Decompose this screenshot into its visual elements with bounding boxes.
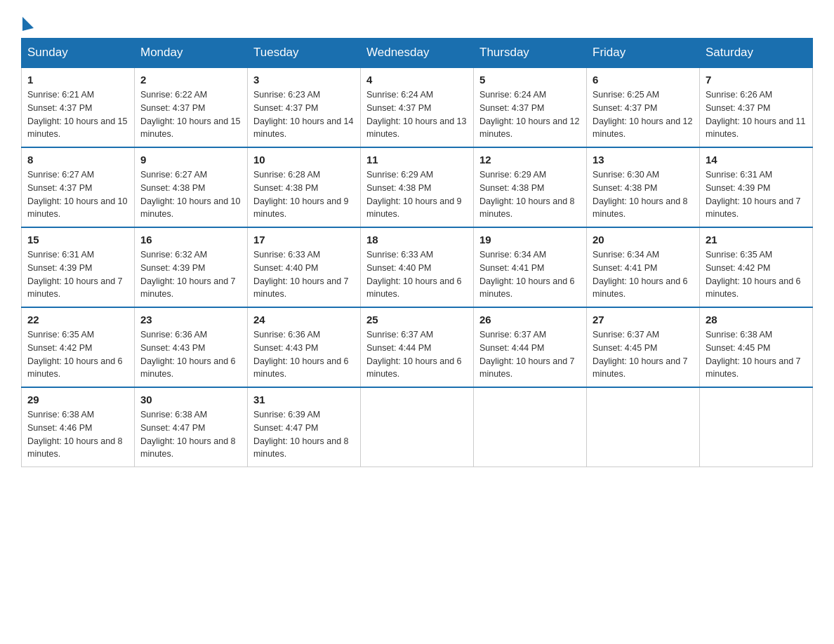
day-number: 13 [593,154,694,166]
calendar-cell: 10 Sunrise: 6:28 AMSunset: 4:38 PMDaylig… [248,147,361,227]
calendar-cell: 2 Sunrise: 6:22 AMSunset: 4:37 PMDayligh… [135,67,248,147]
calendar-cell: 30 Sunrise: 6:38 AMSunset: 4:47 PMDaylig… [135,387,248,467]
day-number: 29 [27,394,128,405]
calendar-cell: 25 Sunrise: 6:37 AMSunset: 4:44 PMDaylig… [361,307,474,387]
day-number: 21 [706,234,807,246]
calendar-week-row: 15 Sunrise: 6:31 AMSunset: 4:39 PMDaylig… [22,227,813,307]
day-info: Sunrise: 6:31 AMSunset: 4:39 PMDaylight:… [27,250,123,299]
calendar-week-row: 1 Sunrise: 6:21 AMSunset: 4:37 PMDayligh… [22,67,813,147]
calendar-cell: 31 Sunrise: 6:39 AMSunset: 4:47 PMDaylig… [248,387,361,467]
day-number: 30 [140,394,241,405]
day-info: Sunrise: 6:26 AMSunset: 4:37 PMDaylight:… [706,90,805,139]
calendar-cell: 18 Sunrise: 6:33 AMSunset: 4:40 PMDaylig… [361,227,474,307]
day-info: Sunrise: 6:34 AMSunset: 4:41 PMDaylight:… [593,250,688,299]
day-number: 5 [479,74,581,86]
day-number: 12 [479,154,581,166]
calendar-cell: 21 Sunrise: 6:35 AMSunset: 4:42 PMDaylig… [700,227,813,307]
calendar-header-saturday: Saturday [700,39,813,68]
day-number: 9 [140,154,241,166]
calendar-cell: 12 Sunrise: 6:29 AMSunset: 4:38 PMDaylig… [474,147,587,227]
calendar-cell: 20 Sunrise: 6:34 AMSunset: 4:41 PMDaylig… [587,227,700,307]
calendar-week-row: 29 Sunrise: 6:38 AMSunset: 4:46 PMDaylig… [22,387,813,467]
day-number: 4 [366,74,468,86]
calendar-cell [700,387,813,467]
calendar-header-wednesday: Wednesday [361,39,474,68]
day-number: 2 [140,74,241,86]
day-info: Sunrise: 6:37 AMSunset: 4:44 PMDaylight:… [479,330,575,379]
calendar-cell: 22 Sunrise: 6:35 AMSunset: 4:42 PMDaylig… [22,307,135,387]
day-info: Sunrise: 6:36 AMSunset: 4:43 PMDaylight:… [253,330,349,379]
calendar-cell: 3 Sunrise: 6:23 AMSunset: 4:37 PMDayligh… [248,67,361,147]
calendar-header-monday: Monday [135,39,248,68]
day-number: 10 [253,154,355,166]
day-number: 22 [27,314,128,326]
day-number: 20 [593,234,694,246]
day-number: 23 [140,314,241,326]
day-number: 6 [593,74,694,86]
calendar-cell: 14 Sunrise: 6:31 AMSunset: 4:39 PMDaylig… [700,147,813,227]
calendar-cell: 13 Sunrise: 6:30 AMSunset: 4:38 PMDaylig… [587,147,700,227]
calendar-cell: 8 Sunrise: 6:27 AMSunset: 4:37 PMDayligh… [22,147,135,227]
calendar-table: SundayMondayTuesdayWednesdayThursdayFrid… [21,38,813,467]
day-info: Sunrise: 6:36 AMSunset: 4:43 PMDaylight:… [140,330,236,379]
day-info: Sunrise: 6:31 AMSunset: 4:39 PMDaylight:… [706,170,801,219]
day-number: 26 [479,314,581,326]
day-number: 16 [140,234,241,246]
day-number: 25 [366,314,468,326]
day-number: 11 [366,154,468,166]
day-info: Sunrise: 6:33 AMSunset: 4:40 PMDaylight:… [366,250,462,299]
logo [21,14,34,31]
day-number: 19 [479,234,581,246]
day-info: Sunrise: 6:38 AMSunset: 4:46 PMDaylight:… [27,410,123,459]
day-info: Sunrise: 6:29 AMSunset: 4:38 PMDaylight:… [366,170,462,219]
day-number: 7 [706,74,807,86]
calendar-cell: 28 Sunrise: 6:38 AMSunset: 4:45 PMDaylig… [700,307,813,387]
day-number: 17 [253,234,355,246]
day-info: Sunrise: 6:24 AMSunset: 4:37 PMDaylight:… [366,90,466,139]
calendar-cell: 27 Sunrise: 6:37 AMSunset: 4:45 PMDaylig… [587,307,700,387]
day-info: Sunrise: 6:35 AMSunset: 4:42 PMDaylight:… [706,250,801,299]
page-header [21,14,813,31]
day-info: Sunrise: 6:37 AMSunset: 4:44 PMDaylight:… [366,330,462,379]
day-info: Sunrise: 6:25 AMSunset: 4:37 PMDaylight:… [593,90,692,139]
day-info: Sunrise: 6:34 AMSunset: 4:41 PMDaylight:… [479,250,575,299]
calendar-cell: 5 Sunrise: 6:24 AMSunset: 4:37 PMDayligh… [474,67,587,147]
day-info: Sunrise: 6:27 AMSunset: 4:38 PMDaylight:… [140,170,240,219]
day-number: 3 [253,74,355,86]
calendar-header-friday: Friday [587,39,700,68]
calendar-header-sunday: Sunday [22,39,135,68]
calendar-header-tuesday: Tuesday [248,39,361,68]
day-info: Sunrise: 6:23 AMSunset: 4:37 PMDaylight:… [253,90,353,139]
day-info: Sunrise: 6:30 AMSunset: 4:38 PMDaylight:… [593,170,688,219]
calendar-cell: 1 Sunrise: 6:21 AMSunset: 4:37 PMDayligh… [22,67,135,147]
day-number: 18 [366,234,468,246]
calendar-cell: 9 Sunrise: 6:27 AMSunset: 4:38 PMDayligh… [135,147,248,227]
day-info: Sunrise: 6:24 AMSunset: 4:37 PMDaylight:… [479,90,579,139]
calendar-cell [361,387,474,467]
calendar-cell: 24 Sunrise: 6:36 AMSunset: 4:43 PMDaylig… [248,307,361,387]
day-info: Sunrise: 6:35 AMSunset: 4:42 PMDaylight:… [27,330,123,379]
calendar-cell: 4 Sunrise: 6:24 AMSunset: 4:37 PMDayligh… [361,67,474,147]
day-info: Sunrise: 6:22 AMSunset: 4:37 PMDaylight:… [140,90,240,139]
calendar-cell [587,387,700,467]
calendar-cell: 29 Sunrise: 6:38 AMSunset: 4:46 PMDaylig… [22,387,135,467]
calendar-cell: 23 Sunrise: 6:36 AMSunset: 4:43 PMDaylig… [135,307,248,387]
day-info: Sunrise: 6:37 AMSunset: 4:45 PMDaylight:… [593,330,688,379]
day-number: 8 [27,154,128,166]
day-number: 28 [706,314,807,326]
calendar-cell: 15 Sunrise: 6:31 AMSunset: 4:39 PMDaylig… [22,227,135,307]
calendar-week-row: 22 Sunrise: 6:35 AMSunset: 4:42 PMDaylig… [22,307,813,387]
calendar-cell: 11 Sunrise: 6:29 AMSunset: 4:38 PMDaylig… [361,147,474,227]
day-info: Sunrise: 6:32 AMSunset: 4:39 PMDaylight:… [140,250,236,299]
calendar-cell: 6 Sunrise: 6:25 AMSunset: 4:37 PMDayligh… [587,67,700,147]
calendar-cell: 16 Sunrise: 6:32 AMSunset: 4:39 PMDaylig… [135,227,248,307]
day-number: 27 [593,314,694,326]
day-info: Sunrise: 6:38 AMSunset: 4:47 PMDaylight:… [140,410,236,459]
day-number: 14 [706,154,807,166]
day-info: Sunrise: 6:39 AMSunset: 4:47 PMDaylight:… [253,410,349,459]
calendar-header-row: SundayMondayTuesdayWednesdayThursdayFrid… [22,39,813,68]
day-number: 1 [27,74,128,86]
calendar-cell: 7 Sunrise: 6:26 AMSunset: 4:37 PMDayligh… [700,67,813,147]
day-info: Sunrise: 6:33 AMSunset: 4:40 PMDaylight:… [253,250,349,299]
calendar-cell: 26 Sunrise: 6:37 AMSunset: 4:44 PMDaylig… [474,307,587,387]
